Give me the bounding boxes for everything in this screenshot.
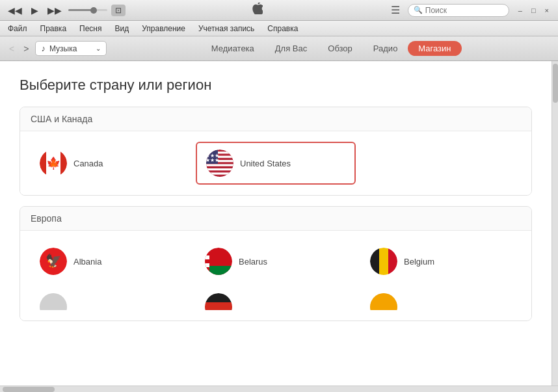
tab-mediateka[interactable]: Медиатека xyxy=(201,41,265,56)
search-input[interactable] xyxy=(425,6,503,15)
back-button[interactable]: < xyxy=(7,42,17,55)
europe-grid: 🦅 Albania xyxy=(31,241,521,281)
h-scrollbar-thumb[interactable] xyxy=(3,387,55,392)
svg-rect-27 xyxy=(370,248,379,275)
section-body-europe: 🦅 Albania xyxy=(20,231,531,320)
menu-bar: Файл Правка Песня Вид Управление Учетная… xyxy=(0,21,558,36)
svg-rect-23 xyxy=(205,252,209,255)
usa-canada-grid: 🍁 Canada xyxy=(31,142,521,185)
europe-grid-row2 xyxy=(31,287,521,310)
content-area: Выберите страну или регион США и Канада xyxy=(0,61,551,385)
menu-item-controls[interactable]: Управление xyxy=(139,23,188,34)
section-header-europe: Европа xyxy=(20,207,531,231)
section-header-usa-canada: США и Канада xyxy=(20,107,531,131)
country-name-us: United States xyxy=(240,159,291,168)
nav-bar: < > ♪ Музыка ⌄ Медиатека Для Вас Обзор Р… xyxy=(0,36,558,61)
svg-text:★★★: ★★★ xyxy=(206,157,219,163)
menu-icon-button[interactable]: ☰ xyxy=(388,3,403,18)
svg-rect-12 xyxy=(206,172,233,174)
country-item-belgium[interactable]: Belgium xyxy=(361,241,521,281)
maximize-button[interactable]: □ xyxy=(527,5,540,16)
vertical-scrollbar[interactable] xyxy=(551,61,558,385)
search-box[interactable]: 🔍 xyxy=(408,4,509,17)
horizontal-scrollbar[interactable] xyxy=(0,385,558,392)
menu-item-account[interactable]: Учетная запись xyxy=(196,23,257,34)
svg-rect-7 xyxy=(206,151,233,153)
svg-rect-2 xyxy=(40,150,46,177)
country-item-belarus[interactable]: Belarus xyxy=(196,241,356,281)
minimize-button[interactable]: – xyxy=(514,5,526,16)
airplay-button[interactable]: ⊡ xyxy=(111,5,126,16)
flag-us: ★★★ ★★★ xyxy=(206,150,233,177)
nav-tabs: Медиатека Для Вас Обзор Радио Магазин xyxy=(111,41,551,56)
title-bar: ◀◀ ▶ ▶▶ ⊡ ☰ 🔍 – □ × xyxy=(0,0,558,21)
flag-partial-1 xyxy=(40,293,67,310)
flag-canada: 🍁 xyxy=(40,150,67,177)
play-button[interactable]: ▶ xyxy=(29,4,41,17)
country-item-albania[interactable]: 🦅 Albania xyxy=(31,241,191,281)
flag-belgium xyxy=(370,248,397,275)
transport-controls: ◀◀ ▶ ▶▶ ⊡ xyxy=(5,4,126,17)
svg-rect-34 xyxy=(205,302,232,310)
menu-item-file[interactable]: Файл xyxy=(5,23,30,34)
svg-rect-11 xyxy=(206,168,233,170)
country-name-canada: Canada xyxy=(73,159,103,168)
music-note-icon: ♪ xyxy=(41,44,46,53)
main-content: Выберите страну или регион США и Канада xyxy=(0,61,558,385)
section-usa-canada: США и Канада xyxy=(20,107,532,196)
flag-belarus xyxy=(205,248,232,275)
country-item-partial-3[interactable] xyxy=(361,287,521,310)
svg-rect-33 xyxy=(205,293,232,302)
country-item-partial-1[interactable] xyxy=(31,287,191,310)
empty-cell-1 xyxy=(361,142,521,185)
volume-slider[interactable] xyxy=(68,9,107,11)
menu-item-help[interactable]: Справка xyxy=(265,23,300,34)
svg-rect-28 xyxy=(379,248,388,275)
slider-thumb xyxy=(90,7,97,14)
source-label: Музыка xyxy=(49,44,77,53)
flag-partial-2 xyxy=(205,293,232,310)
top-right-area: ☰ 🔍 – □ × xyxy=(388,3,553,18)
rewind-button[interactable]: ◀◀ xyxy=(5,4,25,17)
section-body-usa-canada: 🍁 Canada xyxy=(20,131,531,195)
svg-rect-31 xyxy=(40,293,67,310)
tab-obzor[interactable]: Обзор xyxy=(317,41,363,56)
country-item-us[interactable]: ★★★ ★★★ United States xyxy=(196,142,356,185)
country-name-belgium: Belgium xyxy=(404,257,434,267)
svg-rect-25 xyxy=(205,267,209,271)
svg-rect-24 xyxy=(205,259,209,263)
menu-item-edit[interactable]: Правка xyxy=(38,23,70,34)
tab-radio[interactable]: Радио xyxy=(363,41,408,56)
apple-logo xyxy=(251,3,263,18)
country-item-partial-2[interactable] xyxy=(196,287,356,310)
tab-magazin[interactable]: Магазин xyxy=(408,41,461,56)
source-selector[interactable]: ♪ Музыка ⌄ xyxy=(35,41,107,56)
svg-text:🍁: 🍁 xyxy=(46,156,61,170)
tab-dlya-vas[interactable]: Для Вас xyxy=(265,41,317,56)
country-name-belarus: Belarus xyxy=(239,257,267,267)
forward-button-nav[interactable]: > xyxy=(21,42,31,55)
svg-text:🦅: 🦅 xyxy=(46,253,62,268)
section-europe: Европа 🦅 xyxy=(20,206,532,321)
forward-button[interactable]: ▶▶ xyxy=(45,4,64,17)
svg-rect-3 xyxy=(60,150,67,177)
close-button[interactable]: × xyxy=(541,5,553,16)
page-title: Выберите страну или регион xyxy=(20,77,532,94)
svg-rect-37 xyxy=(370,293,397,310)
country-name-albania: Albania xyxy=(73,257,101,267)
source-chevron-icon: ⌄ xyxy=(96,45,101,52)
flag-partial-3 xyxy=(370,293,397,310)
window-controls: – □ × xyxy=(514,5,553,16)
search-icon: 🔍 xyxy=(414,6,423,14)
svg-rect-10 xyxy=(206,164,233,166)
country-item-canada[interactable]: 🍁 Canada xyxy=(31,142,191,185)
slider-track xyxy=(68,9,107,11)
menu-item-song[interactable]: Песня xyxy=(77,23,104,34)
menu-item-view[interactable]: Вид xyxy=(113,23,132,34)
svg-rect-29 xyxy=(388,248,397,275)
scrollbar-thumb[interactable] xyxy=(553,64,558,103)
flag-albania: 🦅 xyxy=(40,248,67,275)
